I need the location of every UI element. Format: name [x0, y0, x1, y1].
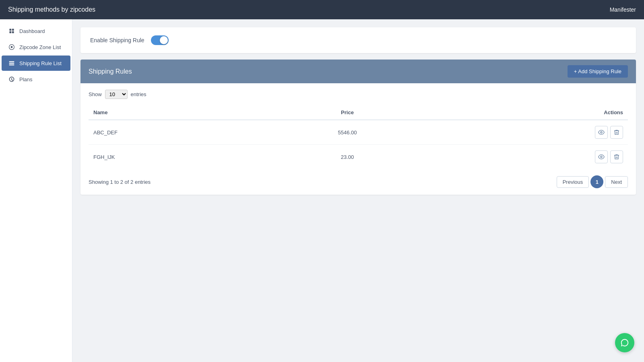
entries-label: entries — [131, 91, 147, 97]
sidebar-item-plans-label: Plans — [19, 76, 33, 82]
app-title: Shipping methods by zipcodes — [8, 6, 95, 13]
column-price: Price — [270, 105, 424, 120]
row-name: ABC_DEF — [89, 120, 270, 145]
svg-rect-3 — [9, 63, 14, 64]
shipping-rules-table: Name Price Actions ABC_DEF 5546.00 — [89, 105, 628, 169]
page-number-1[interactable]: 1 — [590, 175, 603, 188]
row-price: 5546.00 — [270, 120, 424, 145]
shipping-rules-header: Shipping Rules + Add Shipping Rule — [80, 60, 636, 83]
view-button[interactable] — [595, 126, 608, 139]
toggle-thumb — [160, 36, 168, 44]
svg-point-6 — [601, 156, 602, 158]
plans-icon — [8, 76, 15, 83]
column-name: Name — [89, 105, 270, 120]
sidebar-item-dashboard-label: Dashboard — [19, 28, 45, 34]
enable-shipping-rule-card: Enable Shipping Rule — [80, 27, 636, 53]
entries-select[interactable]: 10 25 50 100 — [105, 90, 128, 99]
show-label: Show — [89, 91, 102, 97]
sidebar-item-shipping-rule-list[interactable]: Shipping Rule List — [2, 56, 70, 71]
enable-shipping-rule-label: Enable Shipping Rule — [90, 37, 144, 43]
toggle-track — [151, 35, 169, 45]
pagination-controls: Previous 1 Next — [557, 175, 628, 188]
showing-text: Showing 1 to 2 of 2 entries — [89, 179, 151, 185]
delete-button[interactable] — [610, 126, 623, 139]
shipping-rule-icon — [8, 60, 15, 67]
previous-button[interactable]: Previous — [557, 176, 589, 188]
main-content: Enable Shipping Rule Shipping Rules + Ad… — [72, 19, 644, 362]
svg-point-1 — [11, 46, 13, 48]
row-name: FGH_IJK — [89, 145, 270, 169]
table-header-row: Name Price Actions — [89, 105, 628, 120]
sidebar-item-zipcode-zone-list[interactable]: Zipcode Zone List — [2, 39, 70, 55]
dashboard-icon — [8, 27, 15, 35]
enable-shipping-rule-toggle[interactable] — [151, 35, 169, 45]
row-price: 23.00 — [270, 145, 424, 169]
svg-point-5 — [601, 132, 602, 133]
table-row: FGH_IJK 23.00 — [89, 145, 628, 169]
sidebar-item-plans[interactable]: Plans — [2, 72, 70, 87]
chat-button[interactable] — [615, 333, 634, 352]
add-shipping-rule-button[interactable]: + Add Shipping Rule — [568, 65, 628, 78]
delete-button[interactable] — [610, 150, 623, 163]
show-entries-control: Show 10 25 50 100 entries — [89, 90, 628, 99]
next-button[interactable]: Next — [605, 176, 628, 188]
row-actions — [424, 145, 628, 169]
rules-body: Show 10 25 50 100 entries Name Price — [80, 83, 636, 195]
pagination-row: Showing 1 to 2 of 2 entries Previous 1 N… — [89, 175, 628, 188]
svg-rect-4 — [9, 64, 14, 65]
top-nav: Shipping methods by zipcodes Manifester — [0, 0, 644, 19]
sidebar-item-shipping-rule-label: Shipping Rule List — [19, 60, 62, 66]
column-actions: Actions — [424, 105, 628, 120]
user-name: Manifester — [610, 6, 636, 13]
zipcode-zone-icon — [8, 43, 15, 51]
action-buttons — [429, 126, 623, 139]
svg-rect-2 — [9, 61, 14, 62]
row-actions — [424, 120, 628, 145]
sidebar-item-zipcode-zone-label: Zipcode Zone List — [19, 44, 61, 50]
table-row: ABC_DEF 5546.00 — [89, 120, 628, 145]
action-buttons — [429, 150, 623, 163]
sidebar: Dashboard Zipcode Zone List Shipping Rul… — [0, 19, 72, 362]
sidebar-item-dashboard[interactable]: Dashboard — [2, 23, 70, 39]
shipping-rules-title: Shipping Rules — [89, 68, 132, 75]
shipping-rules-card: Shipping Rules + Add Shipping Rule Show … — [80, 60, 636, 195]
view-button[interactable] — [595, 150, 608, 163]
